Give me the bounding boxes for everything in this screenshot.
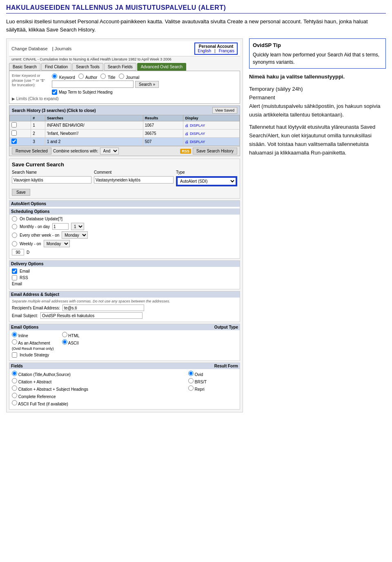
format-right-options: HTML ASCII bbox=[62, 332, 80, 351]
rss-badge[interactable]: RSS bbox=[180, 149, 191, 154]
search-button[interactable]: Search » bbox=[135, 81, 159, 88]
comment-col-header: Comment bbox=[94, 170, 174, 175]
db-update-label: On Database Update[?] bbox=[20, 217, 62, 221]
search-input-row[interactable]: Search » bbox=[52, 81, 159, 88]
recipient-email-input[interactable] bbox=[62, 305, 144, 311]
tab-basic-search[interactable]: Basic Search bbox=[9, 63, 40, 71]
remove-selected-button[interactable]: Remove Selected bbox=[12, 148, 51, 154]
email-options-section: Email Options Output Type Inline As an A… bbox=[9, 324, 240, 361]
radio-html[interactable] bbox=[62, 332, 67, 337]
english-link[interactable]: English bbox=[198, 49, 211, 53]
francais-link[interactable]: Français bbox=[219, 49, 234, 53]
search-type-radios[interactable]: Keyword Author Title Journal bbox=[52, 74, 159, 80]
history-row-1: 1 INFANT BEHAVIOR/ 1067 🖨 DISPLAY bbox=[10, 121, 240, 130]
type-select[interactable]: AutoAlert (SDI) Temporary (24 hours) Per… bbox=[177, 177, 236, 186]
tab-search-fields[interactable]: Search Fields bbox=[104, 63, 136, 71]
db-header: Change Database | Journals Personal Acco… bbox=[9, 41, 240, 56]
delivery-email-checkbox[interactable] bbox=[12, 269, 17, 274]
radio-result-ovid[interactable] bbox=[188, 371, 194, 376]
radio-ascii[interactable] bbox=[62, 339, 67, 345]
monthly-num-select[interactable]: 12 bbox=[71, 223, 84, 230]
radio-field-5[interactable] bbox=[12, 400, 17, 405]
radio-title[interactable] bbox=[100, 74, 106, 79]
radio-result-brs[interactable] bbox=[188, 378, 194, 383]
view-saved-button[interactable]: View Saved bbox=[212, 107, 237, 114]
radio-db-update[interactable] bbox=[12, 216, 17, 222]
format-left-options: Inline As an Attachment (Ovid Result For… bbox=[12, 332, 54, 351]
email-options-title: Email Options Output Type bbox=[9, 324, 240, 330]
personal-account-links[interactable]: English | Français bbox=[198, 49, 234, 53]
row1-checkbox[interactable] bbox=[11, 122, 17, 128]
radio-monthly[interactable] bbox=[12, 224, 17, 229]
row2-results: 36675 bbox=[143, 130, 183, 138]
radio-result-repri[interactable] bbox=[188, 385, 194, 391]
option-weekly: Weekly - on MondayTuesday bbox=[12, 240, 237, 247]
col-display: Display bbox=[183, 115, 240, 121]
map-term-row[interactable]: Map Term to Subject Heading bbox=[52, 90, 159, 95]
radio-author[interactable] bbox=[78, 74, 84, 79]
radio-field-2[interactable] bbox=[12, 378, 17, 383]
days-input[interactable] bbox=[12, 249, 24, 255]
row1-display-btn[interactable]: 🖨 DISPLAY bbox=[185, 123, 205, 128]
email-address-section: Email Address & Subject Separate multipl… bbox=[9, 291, 240, 322]
radio-field-3[interactable] bbox=[12, 385, 17, 391]
instruction-1: Luo ensiksi itsellesi tunnukset Personal… bbox=[6, 18, 165, 25]
radio-every-other-week[interactable] bbox=[12, 233, 17, 238]
delivery-email-label: Email bbox=[20, 269, 30, 273]
days-label: D bbox=[27, 250, 29, 255]
save-current-search-section: Save Current Search Search Name Comment … bbox=[9, 159, 240, 199]
row3-num: 3 bbox=[31, 138, 45, 146]
type-select-wrapper: AutoAlert (SDI) Temporary (24 hours) Per… bbox=[176, 176, 237, 186]
journals-link[interactable]: Journals bbox=[55, 46, 72, 51]
tab-advanced-ovid-search[interactable]: Advanced Ovid Search bbox=[137, 63, 186, 71]
radio-journal[interactable] bbox=[119, 74, 124, 79]
radio-weekly[interactable] bbox=[12, 241, 17, 246]
format-options: Inline As an Attachment (Ovid Result For… bbox=[12, 332, 237, 351]
map-term-checkbox[interactable] bbox=[52, 90, 57, 95]
combine-and-select[interactable]: And Or bbox=[100, 148, 119, 154]
map-term-label: Map Term to Subject Heading bbox=[59, 90, 113, 94]
every-other-week-label: Every other week - on bbox=[20, 233, 59, 237]
tab-search-tools[interactable]: Search Tools bbox=[72, 63, 103, 71]
every-other-week-select[interactable]: MondayTuesday bbox=[62, 231, 88, 239]
change-database-link[interactable]: Change Database bbox=[11, 46, 48, 51]
combine-label: Combine selections with: bbox=[53, 149, 98, 153]
email-section-title: Email Address & Subject bbox=[9, 291, 240, 298]
monthly-day-input[interactable] bbox=[52, 223, 69, 230]
col-checkbox bbox=[10, 115, 31, 121]
search-input[interactable] bbox=[52, 81, 134, 88]
db-header-links[interactable]: Change Database | Journals bbox=[11, 46, 75, 51]
tip-title: OvidSP Tip bbox=[253, 41, 382, 49]
weekly-select[interactable]: MondayTuesday bbox=[44, 240, 70, 247]
save-search-history-button[interactable]: Save Search History bbox=[193, 148, 237, 154]
history-actions: Remove Selected Combine selections with:… bbox=[9, 146, 240, 156]
radio-field-4[interactable] bbox=[12, 393, 17, 398]
screenshot-area: Change Database | Journals Personal Acco… bbox=[6, 38, 243, 416]
search-tabs[interactable]: Basic Search Find Citation Search Tools … bbox=[9, 63, 240, 71]
include-strategy-label: Include Strategy bbox=[20, 353, 49, 357]
comment-input[interactable] bbox=[94, 176, 174, 184]
row3-checkbox[interactable] bbox=[11, 139, 17, 144]
history-title: Search History (3 searches) (Click to cl… bbox=[12, 108, 96, 113]
row1-results: 1067 bbox=[143, 121, 183, 130]
delivery-rss-checkbox[interactable] bbox=[12, 275, 17, 280]
result-repri-label: Repri bbox=[195, 387, 205, 392]
include-strategy-checkbox[interactable] bbox=[12, 352, 17, 358]
radio-field-1[interactable] bbox=[12, 371, 17, 376]
save-submit-button[interactable]: Save bbox=[12, 189, 30, 196]
radio-attachment[interactable] bbox=[12, 339, 17, 345]
limits-row[interactable]: ▶ Limits (Click to expand) bbox=[12, 96, 237, 101]
option-monthly: Monthly - on day 12 bbox=[12, 223, 237, 230]
radio-inline[interactable] bbox=[12, 332, 17, 337]
row2-display-btn[interactable]: 🖨 DISPLAY bbox=[185, 132, 205, 136]
tab-find-citation[interactable]: Find Citation bbox=[41, 63, 71, 71]
email-subject-input[interactable] bbox=[40, 312, 143, 319]
row3-display-btn[interactable]: 🖨 DISPLAY bbox=[185, 140, 205, 144]
subject-row: Email Subject: bbox=[12, 312, 237, 319]
right-text-block: Nimeä haku ja valitse tallennustyyppi. T… bbox=[249, 73, 386, 157]
row2-checkbox[interactable] bbox=[11, 130, 17, 136]
col-num: # bbox=[31, 115, 45, 121]
radio-keyword[interactable] bbox=[52, 74, 57, 79]
recipient-row: Recipient's Email Address: bbox=[12, 305, 237, 311]
search-name-input[interactable] bbox=[12, 176, 91, 184]
